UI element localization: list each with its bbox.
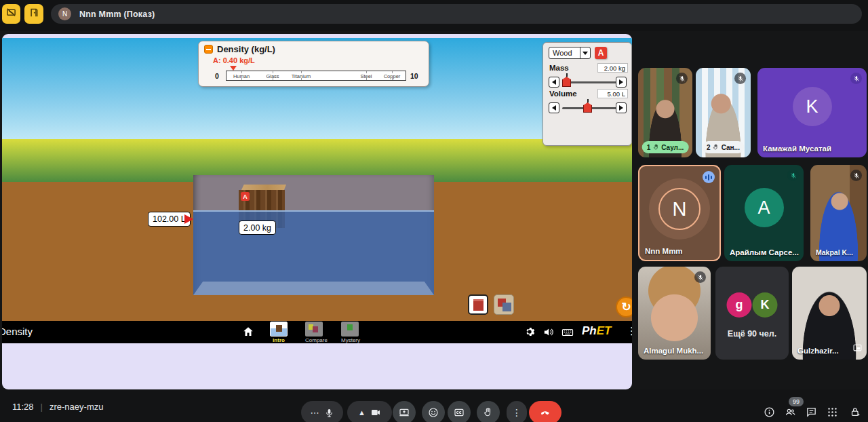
participant-name: Камажай Мусатай bbox=[763, 145, 831, 153]
mic-off-icon bbox=[850, 73, 862, 84]
meeting-details-button[interactable] bbox=[764, 406, 775, 421]
reset-icon: ↻ bbox=[621, 300, 631, 314]
presenter-pill[interactable]: N Nnn Mmm (Показ) bbox=[51, 4, 862, 24]
tab-mystery[interactable]: Mystery bbox=[341, 322, 359, 343]
dropdown-arrow-button[interactable] bbox=[580, 47, 590, 58]
activities-button[interactable] bbox=[827, 406, 838, 421]
material-label: Glass bbox=[266, 73, 279, 79]
participant-tile-makpal[interactable]: Makpal K... bbox=[810, 165, 867, 261]
hand-icon bbox=[713, 144, 719, 151]
picture-in-picture-icon[interactable] bbox=[853, 343, 862, 355]
density-scale-max: 10 bbox=[410, 72, 418, 80]
participant-tile-san[interactable]: 2 Сан... bbox=[696, 68, 751, 157]
participant-tile-almagul[interactable]: Almagul Mukh... bbox=[638, 267, 711, 360]
chevron-down-icon bbox=[583, 52, 588, 55]
volume-label: Volume bbox=[549, 90, 577, 98]
stop-presenting-button[interactable] bbox=[2, 4, 20, 24]
arrow-left-icon bbox=[552, 105, 556, 111]
raise-hand-button[interactable] bbox=[477, 401, 500, 422]
hand-icon bbox=[483, 407, 494, 418]
phet-logo[interactable]: PhET bbox=[582, 324, 611, 338]
host-controls-button[interactable] bbox=[850, 406, 861, 421]
more-options-button[interactable]: ⋮ bbox=[507, 401, 527, 422]
more-vert-icon: ⋮ bbox=[512, 407, 521, 418]
emoji-icon bbox=[428, 407, 439, 418]
tab-compare[interactable]: Compare bbox=[305, 322, 323, 343]
participant-name: Gulzhazir... bbox=[797, 347, 839, 355]
tab-intro[interactable]: Intro bbox=[270, 322, 288, 343]
avatar: K bbox=[793, 87, 832, 126]
hand-icon bbox=[652, 144, 659, 151]
participant-tile-gulzhazir[interactable]: Gulzhazir... bbox=[792, 267, 867, 360]
sound-button[interactable] bbox=[542, 326, 554, 341]
block-tag-badge: A bbox=[595, 47, 607, 59]
meeting-meta: 11:28 | zre-naey-mzu bbox=[12, 402, 103, 412]
mass-value: 2.00 kg bbox=[597, 63, 628, 73]
end-call-button[interactable] bbox=[529, 401, 561, 422]
leave-presentation-button[interactable] bbox=[24, 4, 43, 24]
mic-off-icon bbox=[676, 73, 688, 84]
home-icon bbox=[242, 326, 254, 338]
participant-tile-arailym[interactable]: A Арайлым Сарсе... bbox=[724, 165, 804, 261]
settings-button[interactable] bbox=[524, 326, 535, 340]
meeting-code: zre-naey-mzu bbox=[50, 402, 103, 412]
mic-options-icon[interactable]: ⋯ bbox=[311, 408, 320, 418]
people-button[interactable] bbox=[784, 406, 797, 421]
volume-slider-thumb[interactable] bbox=[583, 102, 592, 113]
chevron-up-icon[interactable]: ▲ bbox=[358, 408, 366, 417]
present-screen-button[interactable] bbox=[393, 401, 416, 422]
arrow-right-icon bbox=[619, 105, 623, 111]
avatar: g bbox=[727, 292, 752, 318]
one-block-mode-button[interactable] bbox=[468, 294, 488, 315]
material-dropdown[interactable]: Wood bbox=[549, 47, 591, 59]
avatar: N bbox=[658, 188, 701, 230]
mass-slider-thumb[interactable] bbox=[562, 77, 571, 87]
participant-name: Makpal K... bbox=[816, 248, 853, 256]
two-blocks-mode-button[interactable] bbox=[494, 294, 514, 315]
speaker-icon bbox=[542, 326, 554, 338]
participant-name: Арайлым Сарсе... bbox=[730, 248, 799, 256]
mic-control-group[interactable]: ⋯ bbox=[301, 401, 343, 422]
participant-tile-saul[interactable]: 1 Саул... bbox=[638, 68, 692, 157]
pool-floor-edge bbox=[193, 282, 434, 295]
keyboard-shortcuts-button[interactable] bbox=[561, 326, 574, 341]
participant-tile-nnn-mmm[interactable]: N Nnn Mmm bbox=[638, 165, 721, 261]
mic-off-icon bbox=[734, 73, 746, 84]
phet-menu-button[interactable]: ⋮ bbox=[627, 325, 632, 337]
block-mass-label: 2.00 kg bbox=[239, 220, 276, 235]
avatar: A bbox=[745, 188, 784, 227]
participant-tile-kamazhai[interactable]: K Камажай Мусатай bbox=[757, 68, 867, 157]
info-icon bbox=[764, 406, 775, 418]
camera-control-group[interactable]: ▲ bbox=[347, 401, 392, 422]
divider: | bbox=[41, 402, 43, 412]
chat-button[interactable] bbox=[806, 406, 817, 421]
material-label: Human bbox=[233, 73, 250, 79]
reactions-button[interactable] bbox=[422, 401, 445, 422]
mass-increment-button[interactable] bbox=[616, 77, 627, 88]
intro-thumbnail bbox=[270, 322, 288, 337]
blue-cube-icon bbox=[502, 303, 511, 311]
reset-all-button[interactable]: ↻ bbox=[616, 296, 632, 318]
sim-title: Density bbox=[2, 326, 33, 337]
overflow-participants-tile[interactable]: g K Ещё 90 чел. bbox=[715, 267, 789, 360]
volume-decrement-button[interactable] bbox=[549, 102, 559, 113]
home-button[interactable] bbox=[242, 326, 254, 341]
density-scale-min: 0 bbox=[215, 72, 219, 80]
collapse-button[interactable] bbox=[204, 45, 213, 54]
mass-decrement-button[interactable] bbox=[549, 77, 559, 88]
material-label: Titanium bbox=[292, 73, 311, 79]
shared-screen: A 2.00 kg 102.00 L Density (kg/L) A: 0.4… bbox=[2, 34, 632, 389]
arrow-left-icon bbox=[552, 79, 556, 85]
camera-icon bbox=[370, 407, 381, 418]
volume-increment-button[interactable] bbox=[616, 102, 627, 113]
material-label: Copper bbox=[384, 73, 401, 79]
block-a-badge: A bbox=[241, 192, 250, 201]
density-readout-panel: Density (kg/L) A: 0.40 kg/L 0 Human Glas… bbox=[198, 41, 429, 87]
red-cube-icon bbox=[473, 299, 484, 311]
captions-button[interactable] bbox=[448, 401, 471, 422]
density-panel-title: Density (kg/L) bbox=[217, 44, 275, 54]
end-call-icon bbox=[539, 406, 551, 419]
door-icon bbox=[29, 7, 39, 20]
material-label: Steel bbox=[360, 73, 372, 79]
phet-navbar: Density Intro Compare Mystery bbox=[2, 321, 632, 343]
